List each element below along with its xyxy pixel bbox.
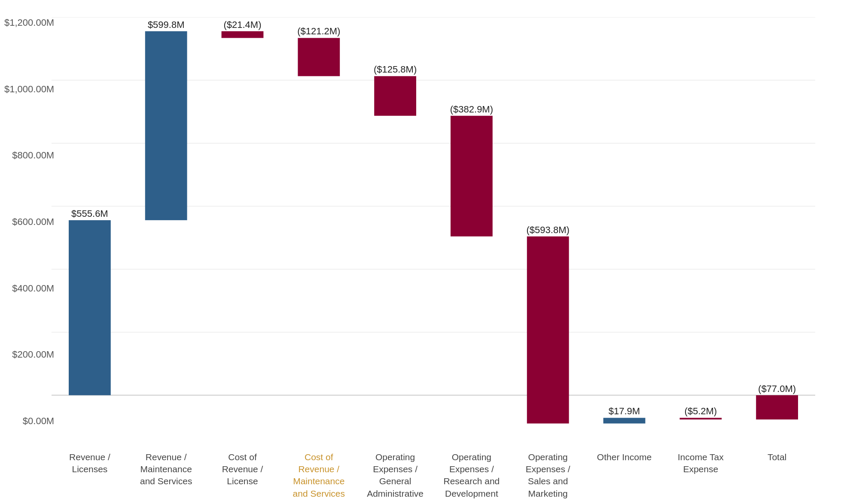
- x-label-cost-revenue-license: Cost of Revenue / License: [204, 451, 281, 500]
- bar-label-opex-research: ($382.9M): [450, 104, 493, 115]
- chart-svg: $555.6M$599.8M($21.4M)($121.2M)($125.8M)…: [52, 17, 815, 427]
- bar-cost-revenue-license: [222, 31, 264, 38]
- x-label-opex-general: Operating Expenses / General Administrat…: [357, 451, 433, 500]
- y-label-1000: $1,000.00M: [4, 84, 54, 95]
- x-label-other-income: Other Income: [586, 451, 663, 500]
- bar-total: [756, 395, 798, 420]
- y-axis: $1,200.00M $1,000.00M $800.00M $600.00M …: [4, 17, 54, 427]
- y-label-600: $600.00M: [4, 216, 54, 228]
- bar-label-cost-revenue-maintenance: ($121.2M): [297, 26, 340, 36]
- bar-opex-research: [451, 116, 493, 237]
- bar-label-other-income: $17.9M: [609, 406, 640, 416]
- bar-income-tax: [680, 418, 722, 419]
- bar-cost-revenue-maintenance: [298, 38, 340, 76]
- y-label-400: $400.00M: [4, 283, 54, 294]
- y-label-0: $0.00M: [4, 416, 54, 427]
- y-label-200: $200.00M: [4, 349, 54, 360]
- x-label-income-tax: Income Tax Expense: [662, 451, 739, 500]
- bar-opex-general: [374, 76, 416, 115]
- bar-label-revenue-maintenance: $599.8M: [148, 19, 185, 30]
- y-label-800: $800.00M: [4, 150, 54, 161]
- bar-label-opex-general: ($125.8M): [374, 64, 417, 75]
- x-labels: Revenue / LicensesRevenue / Maintenance …: [52, 451, 815, 500]
- x-label-total: Total: [739, 451, 815, 500]
- x-label-cost-revenue-maintenance: Cost of Revenue / Maintenance and Servic…: [280, 451, 357, 500]
- bar-opex-sales: [527, 237, 569, 424]
- bar-revenue-maintenance: [145, 31, 187, 220]
- y-label-1200: $1,200.00M: [4, 17, 54, 28]
- chart-svg-area: $555.6M$599.8M($21.4M)($121.2M)($125.8M)…: [52, 17, 815, 427]
- bar-label-revenue-licenses: $555.6M: [71, 208, 108, 219]
- x-label-revenue-licenses: Revenue / Licenses: [52, 451, 128, 500]
- bar-label-opex-sales: ($593.8M): [527, 225, 570, 235]
- bar-label-cost-revenue-license: ($21.4M): [223, 19, 261, 30]
- x-label-opex-research: Operating Expenses / Research and Develo…: [433, 451, 510, 500]
- bar-other-income: [603, 418, 646, 423]
- chart-area: $1,200.00M $1,000.00M $800.00M $600.00M …: [52, 17, 815, 427]
- bar-label-income-tax: ($5.2M): [684, 406, 717, 416]
- x-label-revenue-maintenance: Revenue / Maintenance and Services: [128, 451, 204, 500]
- bar-revenue-licenses: [69, 220, 111, 395]
- chart-container: $1,200.00M $1,000.00M $800.00M $600.00M …: [0, 0, 841, 504]
- bar-label-total: ($77.0M): [758, 383, 796, 394]
- x-label-opex-sales: Operating Expenses / Sales and Marketing: [510, 451, 586, 500]
